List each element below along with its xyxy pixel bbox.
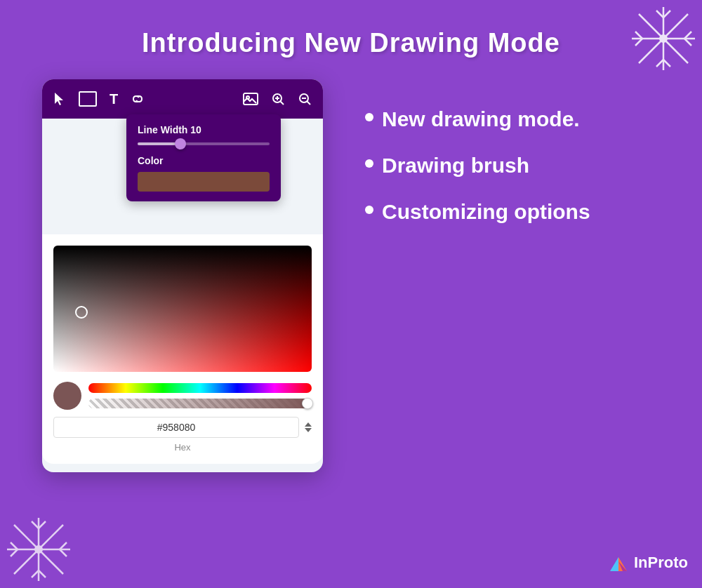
svg-line-8 [635,32,642,39]
bullet-1 [365,113,373,121]
feature-item-2: Drawing brush [365,154,660,178]
hex-input-row [53,417,312,438]
svg-line-19 [32,570,39,577]
color-controls [53,382,312,410]
zoom-out-icon[interactable] [298,92,312,106]
svg-marker-26 [55,93,63,105]
main-content: T [0,79,702,472]
hex-decrement-arrow[interactable] [305,428,312,432]
svg-line-18 [39,521,46,528]
toolbar: T [42,79,323,119]
svg-line-23 [60,542,67,549]
color-picker-area: Hex [42,234,323,464]
logo-text: InProto [634,554,688,572]
svg-point-12 [659,34,668,43]
cursor-tool-icon[interactable] [53,91,66,107]
svg-line-6 [656,60,663,67]
svg-line-21 [11,542,18,549]
hue-slider[interactable] [88,383,312,393]
svg-line-24 [60,549,67,556]
snowflake-tr-decoration [628,4,698,74]
svg-line-9 [635,39,642,46]
hex-increment-arrow[interactable] [305,422,312,427]
svg-marker-36 [610,557,618,571]
hex-spin-arrows[interactable] [305,422,312,432]
selected-color-swatch [53,382,81,410]
feature-list: New drawing mode. Drawing brush Customiz… [351,79,660,246]
color-preview-swatch[interactable] [138,172,270,192]
inproto-logo: InProto [607,552,688,574]
alpha-slider[interactable] [88,399,312,408]
line-width-color-popup: Line Width 10 Color [126,114,281,201]
zoom-in-icon[interactable] [271,92,285,106]
link-tool-icon[interactable] [131,92,145,106]
feature-text-3: Customizing options [382,200,590,224]
feature-item-1: New drawing mode. [365,107,660,131]
svg-line-22 [11,549,18,556]
svg-line-10 [684,32,691,39]
svg-line-4 [656,11,663,18]
image-tool-icon[interactable] [243,92,258,106]
svg-line-5 [663,11,670,18]
logo-icon [607,552,630,574]
hex-format-label: Hex [53,442,312,453]
svg-line-7 [663,60,670,67]
page-container: Introducing New Drawing Mode T [0,0,702,588]
svg-line-17 [32,521,39,528]
rectangle-tool-icon[interactable] [79,91,97,107]
svg-line-11 [684,39,691,46]
feature-text-2: Drawing brush [382,154,529,178]
line-width-slider[interactable] [138,142,270,145]
page-title: Introducing New Drawing Mode [0,0,702,58]
bullet-2 [365,159,373,168]
app-mockup: T [42,79,323,472]
hex-input[interactable] [53,417,299,438]
alpha-thumb [302,398,313,409]
gradient-cursor [75,306,88,319]
svg-point-25 [34,545,43,554]
snowflake-bl-decoration [4,514,74,584]
svg-line-30 [280,101,284,105]
bullet-3 [365,206,373,214]
feature-item-3: Customizing options [365,200,660,224]
color-label: Color [138,155,270,166]
line-width-label: Line Width 10 [138,124,270,135]
svg-line-20 [39,570,46,577]
color-gradient-picker[interactable] [53,246,312,372]
feature-text-1: New drawing mode. [382,107,580,131]
hue-alpha-sliders [88,383,312,408]
svg-line-34 [307,101,310,105]
text-tool-icon[interactable]: T [110,91,118,107]
